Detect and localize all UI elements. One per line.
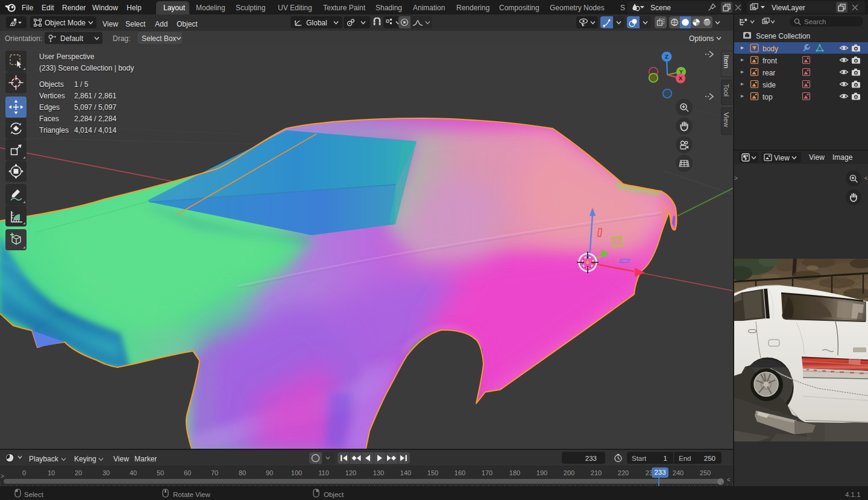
svg-text:Z: Z [665, 53, 668, 60]
svg-text:X: X [679, 75, 683, 81]
